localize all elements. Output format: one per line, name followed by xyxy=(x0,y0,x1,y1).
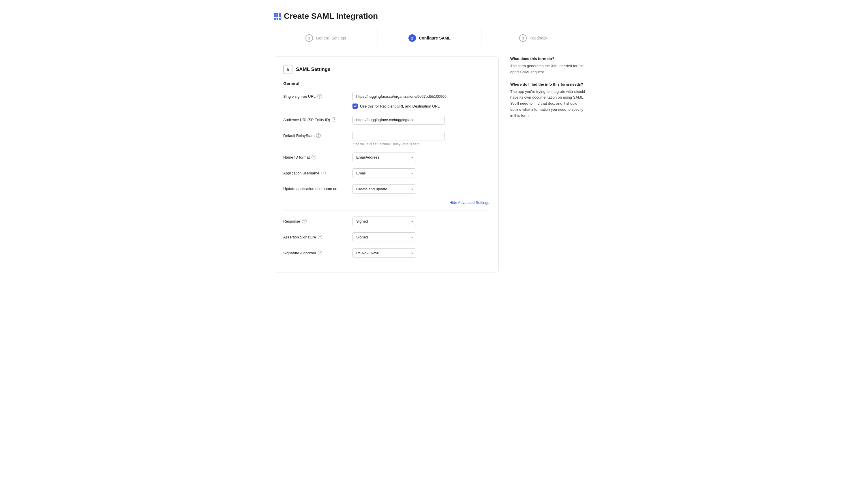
sso-url-label: Single sign-on URL ? xyxy=(283,94,347,98)
page-title-row: Create SAML Integration xyxy=(274,12,585,21)
step-configure-saml[interactable]: 2 Configure SAML xyxy=(378,29,482,47)
update-username-on-row: Update application username on Create an… xyxy=(283,184,489,194)
response-label-col: Response ? xyxy=(283,216,347,224)
help-title-1: What does this form do? xyxy=(510,57,585,61)
update-username-on-label-col: Update application username on xyxy=(283,184,347,191)
step-general-settings[interactable]: 1 General Settings xyxy=(274,29,378,47)
application-username-select-wrapper: Email Username Custom ▾ xyxy=(352,168,416,178)
signature-algorithm-row: Signature Algorithm ? RSA-SHA256 RSA-SHA… xyxy=(283,248,489,258)
update-username-on-select-wrapper: Create and update Create ▾ xyxy=(352,184,416,194)
audience-uri-help-icon[interactable]: ? xyxy=(332,117,336,122)
step-3-label: Feedback xyxy=(530,36,547,40)
audience-uri-input-col xyxy=(352,115,489,125)
response-select[interactable]: Signed Unsigned xyxy=(352,216,416,226)
application-username-label-col: Application username ? xyxy=(283,168,347,175)
step-2-label: Configure SAML xyxy=(419,36,451,40)
page-title: Create SAML Integration xyxy=(284,12,378,21)
assertion-signature-select[interactable]: Signed Unsigned xyxy=(352,232,416,242)
section-general-title: General xyxy=(283,81,489,86)
application-username-label: Application username ? xyxy=(283,171,347,175)
card-header-title: SAML Settings xyxy=(296,66,331,72)
sidebar-help: What does this form do? This form genera… xyxy=(510,57,585,126)
card-header-letter: A xyxy=(283,65,292,74)
update-username-on-select[interactable]: Create and update Create xyxy=(352,184,416,194)
application-username-help-icon[interactable]: ? xyxy=(321,171,326,175)
advanced-settings-toggle: Hide Advanced Settings xyxy=(283,200,489,205)
assertion-signature-label-col: Assertion Signature ? xyxy=(283,232,347,239)
hide-advanced-settings-link[interactable]: Hide Advanced Settings xyxy=(449,200,489,205)
audience-uri-label: Audience URI (SP Entity ID) ? xyxy=(283,117,347,122)
step-3-num: 3 xyxy=(519,34,527,42)
response-help-icon[interactable]: ? xyxy=(302,219,307,224)
advanced-divider xyxy=(283,211,489,211)
application-username-select[interactable]: Email Username Custom xyxy=(352,168,416,178)
signature-algorithm-select-wrapper: RSA-SHA256 RSA-SHA1 ▾ xyxy=(352,248,416,258)
help-text-2: The app you're trying to integrate with … xyxy=(510,89,585,119)
update-username-on-label: Update application username on xyxy=(283,186,347,191)
help-text-1: This form generates the XML needed for t… xyxy=(510,63,585,75)
application-username-input-col: Email Username Custom ▾ xyxy=(352,168,489,178)
assertion-signature-input-col: Signed Unsigned ▾ xyxy=(352,232,489,242)
assertion-signature-label: Assertion Signature ? xyxy=(283,235,347,239)
sso-url-help-icon[interactable]: ? xyxy=(317,94,322,98)
recipient-url-checkbox-row: Use this for Recipient URL and Destinati… xyxy=(352,104,489,109)
card-header: A SAML Settings xyxy=(283,65,489,74)
help-section-1: What does this form do? This form genera… xyxy=(510,57,585,75)
sso-url-row: Single sign-on URL ? Use this for Recipi… xyxy=(283,92,489,109)
step-feedback[interactable]: 3 Feedback xyxy=(481,29,585,47)
name-id-format-select[interactable]: EmailAddress Unspecified X509SubjectName… xyxy=(352,153,416,162)
name-id-format-help-icon[interactable]: ? xyxy=(312,155,316,159)
step-1-label: General Settings xyxy=(316,36,346,40)
response-row: Response ? Signed Unsigned ▾ xyxy=(283,216,489,226)
signature-algorithm-select[interactable]: RSA-SHA256 RSA-SHA1 xyxy=(352,248,416,258)
assertion-signature-help-icon[interactable]: ? xyxy=(318,235,322,239)
relay-state-input[interactable] xyxy=(352,131,445,140)
name-id-format-row: Name ID format ? EmailAddress Unspecifie… xyxy=(283,153,489,162)
relay-state-label: Default RelayState ? xyxy=(283,133,347,138)
relay-state-help-icon[interactable]: ? xyxy=(316,133,321,138)
step-1-num: 1 xyxy=(305,34,313,42)
main-layout: A SAML Settings General Single sign-on U… xyxy=(274,57,585,273)
audience-uri-input[interactable] xyxy=(352,115,445,125)
relay-state-label-col: Default RelayState ? xyxy=(283,131,347,138)
name-id-format-input-col: EmailAddress Unspecified X509SubjectName… xyxy=(352,153,489,162)
response-select-wrapper: Signed Unsigned ▾ xyxy=(352,216,416,226)
relay-state-hint: If no value is set, a blank RelayState i… xyxy=(352,142,489,146)
relay-state-input-col: If no value is set, a blank RelayState i… xyxy=(352,131,489,146)
assertion-signature-row: Assertion Signature ? Signed Unsigned ▾ xyxy=(283,232,489,242)
stepper: 1 General Settings 2 Configure SAML 3 Fe… xyxy=(274,29,585,47)
signature-algorithm-label-col: Signature Algorithm ? xyxy=(283,248,347,255)
name-id-format-label: Name ID format ? xyxy=(283,155,347,159)
response-input-col: Signed Unsigned ▾ xyxy=(352,216,489,226)
name-id-format-label-col: Name ID format ? xyxy=(283,153,347,159)
update-username-on-input-col: Create and update Create ▾ xyxy=(352,184,489,194)
response-label: Response ? xyxy=(283,219,347,224)
sso-url-input-col: Use this for Recipient URL and Destinati… xyxy=(352,92,489,109)
app-grid-icon xyxy=(274,13,281,20)
sso-url-input[interactable] xyxy=(352,92,462,101)
audience-uri-label-col: Audience URI (SP Entity ID) ? xyxy=(283,115,347,122)
assertion-signature-select-wrapper: Signed Unsigned ▾ xyxy=(352,232,416,242)
audience-uri-row: Audience URI (SP Entity ID) ? xyxy=(283,115,489,125)
step-2-num: 2 xyxy=(408,34,416,42)
relay-state-row: Default RelayState ? If no value is set,… xyxy=(283,131,489,146)
help-section-2: Where do I find the info this form needs… xyxy=(510,82,585,119)
signature-algorithm-input-col: RSA-SHA256 RSA-SHA1 ▾ xyxy=(352,248,489,258)
signature-algorithm-label: Signature Algorithm ? xyxy=(283,250,347,255)
name-id-format-select-wrapper: EmailAddress Unspecified X509SubjectName… xyxy=(352,153,416,162)
form-card: A SAML Settings General Single sign-on U… xyxy=(274,57,499,273)
application-username-row: Application username ? Email Username Cu… xyxy=(283,168,489,178)
recipient-url-checkbox-label: Use this for Recipient URL and Destinati… xyxy=(360,104,440,108)
help-title-2: Where do I find the info this form needs… xyxy=(510,82,585,87)
sso-url-label-col: Single sign-on URL ? xyxy=(283,92,347,98)
recipient-url-checkbox[interactable] xyxy=(352,104,358,109)
signature-algorithm-help-icon[interactable]: ? xyxy=(318,250,322,255)
